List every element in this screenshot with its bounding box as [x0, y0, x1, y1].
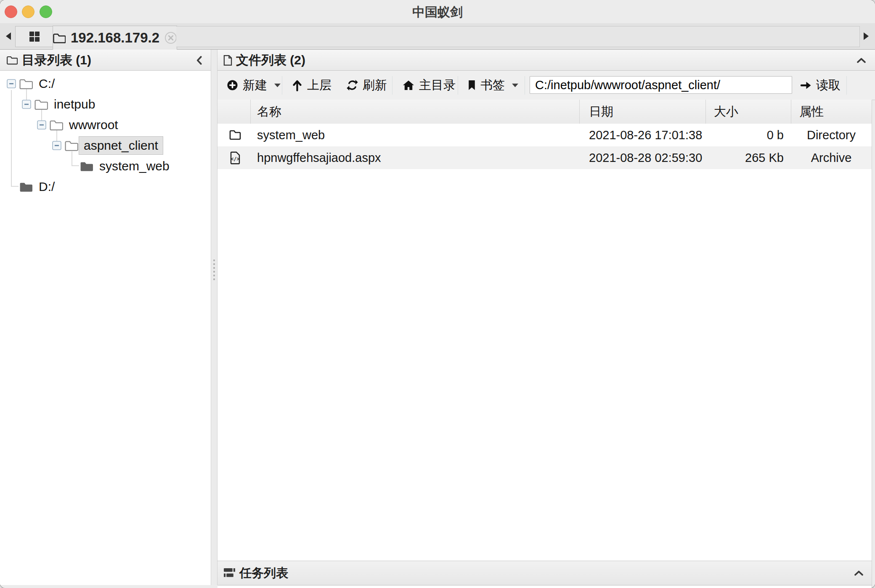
- open-folder-icon: [19, 78, 33, 90]
- refresh-button[interactable]: 刷新: [347, 71, 387, 100]
- directory-panel: 目录列表 (1) C:/: [0, 50, 211, 585]
- arrow-up-icon: [292, 79, 302, 91]
- column-separator: [579, 100, 580, 124]
- tab-scroll-left-button[interactable]: [3, 23, 14, 49]
- refresh-button-label: 刷新: [363, 77, 387, 94]
- toolbar-separator: [846, 76, 847, 95]
- file-size: 0 b: [705, 124, 784, 146]
- tree-node-label[interactable]: system_web: [99, 156, 170, 176]
- closed-folder-icon: [19, 181, 33, 193]
- app-window: 中国蚁剑 192.168.179.2: [0, 0, 875, 588]
- svg-text:</>: </>: [231, 156, 240, 162]
- read-button[interactable]: 读取: [801, 71, 841, 100]
- task-list-icon: [223, 568, 236, 578]
- path-input[interactable]: [530, 76, 792, 94]
- file-date: 2021-08-28 02:59:30: [589, 146, 702, 169]
- tree-node-label-selected[interactable]: aspnet_client: [79, 136, 163, 155]
- file-panel: 文件列表 (2) 新建 上层: [217, 50, 875, 585]
- tree-node-d-drive[interactable]: D:/: [0, 177, 211, 196]
- up-button[interactable]: 上层: [292, 71, 331, 100]
- bookmark-button-label: 书签: [480, 77, 505, 94]
- tab-strip-empty-area: [176, 26, 860, 47]
- bookmark-button[interactable]: 书签: [468, 71, 519, 100]
- refresh-icon: [347, 79, 358, 91]
- column-header-date[interactable]: 日期: [589, 100, 613, 124]
- open-folder-icon: [49, 119, 63, 131]
- up-button-label: 上层: [307, 77, 331, 94]
- file-panel-title: 文件列表 (2): [236, 50, 305, 70]
- tab-scroll-right-button[interactable]: [860, 23, 872, 49]
- file-table-header: 名称 日期 大小 属性: [217, 100, 872, 124]
- tree-node-label[interactable]: D:/: [39, 177, 55, 196]
- home-icon: [403, 80, 414, 91]
- directory-tree: C:/ inetpub wwwroot: [0, 71, 211, 585]
- file-row-system-web[interactable]: system_web 2021-08-26 17:01:38 0 b Direc…: [217, 124, 872, 146]
- directory-panel-header: 目录列表 (1): [0, 50, 211, 71]
- column-separator: [705, 100, 706, 124]
- file-icon: [223, 55, 232, 66]
- folder-icon: [53, 32, 66, 43]
- toolbar-separator: [392, 76, 392, 95]
- toolbar-separator: [458, 76, 458, 95]
- right-triangle-icon: [864, 32, 869, 40]
- panel-splitter[interactable]: [211, 50, 217, 585]
- tab-label: 192.168.179.2: [71, 30, 159, 46]
- collapse-node-icon[interactable]: [22, 100, 31, 109]
- new-button[interactable]: 新建: [227, 71, 281, 100]
- file-row-aspx[interactable]: </> hpnwgffehsajiaod.aspx 2021-08-28 02:…: [217, 146, 872, 169]
- task-panel-title: 任务列表: [239, 561, 288, 585]
- window-title: 中国蚁剑: [0, 0, 875, 23]
- collapse-node-icon[interactable]: [37, 120, 46, 130]
- file-panel-header: 文件列表 (2): [217, 50, 875, 71]
- plus-circle-icon: [227, 79, 238, 91]
- caret-down-icon: [274, 83, 281, 87]
- collapse-left-panel-icon[interactable]: [194, 56, 204, 65]
- tree-node-label[interactable]: C:/: [39, 74, 55, 93]
- grid-icon: [29, 31, 40, 42]
- collapse-node-icon[interactable]: [52, 141, 61, 150]
- file-attr: Archive: [791, 146, 872, 169]
- tab-session[interactable]: 192.168.179.2: [53, 26, 177, 50]
- home-button-label: 主目录: [419, 77, 456, 94]
- column-separator: [791, 100, 791, 124]
- folder-icon: [229, 130, 241, 140]
- new-button-label: 新建: [243, 77, 267, 94]
- directory-panel-title: 目录列表 (1): [22, 50, 91, 70]
- code-file-icon: </>: [230, 151, 241, 164]
- arrow-right-icon: [801, 80, 811, 90]
- file-size: 265 Kb: [705, 146, 784, 169]
- tree-node-system-web[interactable]: system_web: [0, 156, 211, 176]
- tree-node-wwwroot[interactable]: wwwroot: [0, 115, 211, 135]
- titlebar: 中国蚁剑: [0, 0, 875, 24]
- file-list: 名称 日期 大小 属性 system_web 2021-08-26 17:01:…: [217, 100, 872, 588]
- file-name[interactable]: system_web: [257, 124, 325, 146]
- file-date: 2021-08-26 17:01:38: [589, 124, 702, 146]
- closed-folder-icon: [80, 161, 93, 172]
- toolbar-separator: [525, 76, 525, 95]
- file-name[interactable]: hpnwgffehsajiaod.aspx: [257, 146, 381, 169]
- tree-node-c-drive[interactable]: C:/: [0, 74, 211, 93]
- column-separator: [250, 100, 251, 124]
- tree-node-aspnet-client[interactable]: aspnet_client: [0, 136, 211, 155]
- close-tab-icon[interactable]: [164, 32, 177, 44]
- left-triangle-icon: [6, 32, 11, 40]
- bookmark-icon: [468, 79, 476, 91]
- tree-node-label[interactable]: wwwroot: [69, 115, 118, 135]
- task-panel-header[interactable]: 任务列表: [217, 561, 872, 585]
- collapse-file-panel-icon[interactable]: [856, 56, 866, 64]
- home-button[interactable]: 主目录: [403, 71, 456, 100]
- caret-down-icon: [512, 83, 519, 87]
- open-folder-icon: [34, 99, 48, 110]
- column-header-size[interactable]: 大小: [714, 100, 738, 124]
- file-toolbar: 新建 上层: [217, 71, 875, 100]
- column-header-attr[interactable]: 属性: [799, 100, 824, 124]
- tab-overview-button[interactable]: [15, 26, 53, 47]
- toolbar-separator: [282, 76, 282, 95]
- open-folder-icon: [64, 140, 78, 151]
- tree-node-inetpub[interactable]: inetpub: [0, 95, 211, 114]
- expand-task-panel-icon[interactable]: [854, 569, 864, 577]
- tree-node-label[interactable]: inetpub: [54, 95, 95, 114]
- collapse-node-icon[interactable]: [7, 79, 16, 88]
- column-header-name[interactable]: 名称: [257, 100, 281, 124]
- read-button-label: 读取: [816, 77, 841, 94]
